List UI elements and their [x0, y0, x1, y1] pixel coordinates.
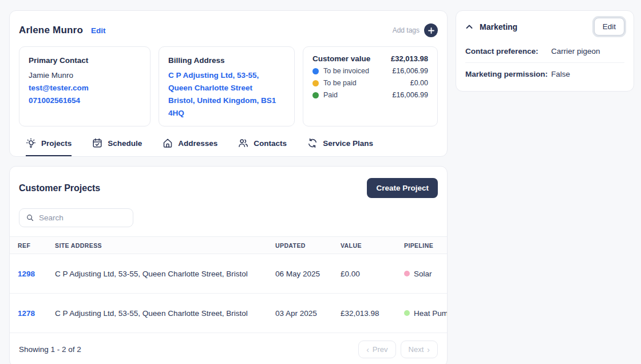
chevron-left-icon: ‹	[366, 346, 369, 354]
projects-pagination: Showing 1 - 2 of 2 ‹ Prev Next ›	[10, 333, 447, 364]
customer-value-card: Customer value £32,013.98 To be invoiced…	[303, 46, 438, 126]
customer-value-title: Customer value	[312, 54, 370, 63]
billing-address-line2[interactable]: Bristol, United Kingdom, BS1 4HQ	[168, 94, 285, 120]
marketing-permission-label: Marketing permission:	[465, 70, 551, 78]
tab-projects-label: Projects	[41, 139, 72, 148]
to-be-paid-label: To be paid	[323, 79, 410, 87]
customer-value-row: To be paid £0.00	[312, 79, 428, 87]
col-site-address: SITE ADDRESS	[55, 242, 275, 249]
project-ref-link[interactable]: 1278	[18, 309, 35, 318]
customer-value-row: Paid £16,006.99	[312, 91, 428, 99]
paid-dot	[312, 92, 319, 98]
billing-address-line1[interactable]: C P Adjusting Ltd, 53-55, Queen Charlott…	[168, 69, 285, 94]
search-icon	[26, 213, 34, 222]
project-row[interactable]: 1278 C P Adjusting Ltd, 53-55, Queen Cha…	[10, 294, 447, 333]
to-be-paid-dot	[312, 80, 319, 86]
project-value: £0.00	[341, 270, 404, 278]
customer-edit-link[interactable]: Edit	[91, 26, 106, 35]
users-icon	[238, 138, 248, 148]
primary-contact-card: Primary Contact Jamie Munro test@tester.…	[19, 46, 151, 126]
project-search-input[interactable]	[39, 213, 126, 222]
pipeline-label: Heat Pump	[414, 309, 447, 318]
tab-addresses-label: Addresses	[178, 139, 217, 148]
invoiced-dot	[312, 68, 319, 74]
showing-count: Showing 1 - 2 of 2	[19, 345, 81, 354]
tab-projects[interactable]: Projects	[26, 138, 72, 156]
project-updated: 03 Apr 2025	[275, 309, 341, 318]
tab-bar: Projects Schedule Addresses	[19, 138, 438, 156]
project-search-box[interactable]	[19, 208, 133, 227]
prev-button[interactable]: ‹ Prev	[358, 341, 395, 358]
customer-value-total: £32,013.98	[391, 54, 428, 63]
refresh-icon	[307, 138, 318, 148]
customer-header: Arlene Munro Edit Add tags	[19, 23, 438, 37]
billing-address-title: Billing Address	[168, 54, 285, 67]
collapse-marketing-button[interactable]	[465, 23, 473, 31]
project-updated: 06 May 2025	[275, 270, 341, 278]
primary-contact-phone[interactable]: 071002561654	[29, 94, 141, 107]
projects-title: Customer Projects	[19, 183, 100, 193]
tab-addresses[interactable]: Addresses	[163, 138, 217, 156]
invoiced-value: £16,006.99	[392, 67, 428, 75]
marketing-edit-button[interactable]: Edit	[594, 18, 624, 35]
add-tag-button[interactable]	[424, 23, 438, 37]
next-label: Next	[409, 345, 424, 354]
create-project-button[interactable]: Create Project	[367, 178, 438, 198]
tab-schedule[interactable]: Schedule	[92, 138, 142, 156]
marketing-title: Marketing	[480, 22, 517, 31]
invoiced-label: To be invoiced	[323, 67, 392, 75]
paid-label: Paid	[323, 91, 392, 99]
col-ref: REF	[18, 242, 55, 249]
page: Arlene Munro Edit Add tags Primary Conta…	[0, 0, 641, 364]
plus-icon	[428, 27, 434, 34]
tab-schedule-label: Schedule	[108, 139, 142, 148]
customer-value-row: To be invoiced £16,006.99	[312, 67, 428, 75]
customer-info-boxes: Primary Contact Jamie Munro test@tester.…	[19, 46, 438, 126]
pipeline-label: Solar	[414, 270, 432, 278]
project-site-address: C P Adjusting Ltd, 53-55, Queen Charlott…	[55, 270, 275, 278]
tab-service-plans[interactable]: Service Plans	[307, 138, 373, 156]
tab-contacts-label: Contacts	[254, 139, 287, 148]
chevron-up-icon	[465, 23, 473, 31]
pipeline-dot	[404, 310, 410, 316]
col-updated: UPDATED	[275, 242, 341, 249]
to-be-paid-value: £0.00	[410, 79, 428, 87]
home-icon	[163, 138, 173, 148]
marketing-panel: Marketing Edit Contact preference: Carri…	[456, 10, 634, 92]
chevron-right-icon: ›	[427, 346, 430, 354]
prev-label: Prev	[373, 345, 388, 354]
primary-contact-name: Jamie Munro	[29, 69, 141, 82]
paid-value: £16,006.99	[392, 91, 428, 99]
primary-contact-email[interactable]: test@tester.com	[29, 82, 141, 94]
marketing-row: Contact preference: Carrier pigeon	[465, 40, 624, 62]
contact-preference-value: Carrier pigeon	[551, 47, 624, 56]
customer-summary-card: Arlene Munro Edit Add tags Primary Conta…	[9, 10, 448, 157]
bulb-icon	[26, 138, 36, 148]
calendar-check-icon	[92, 138, 102, 148]
add-tags-label: Add tags	[393, 26, 420, 34]
main-column: Arlene Munro Edit Add tags Primary Conta…	[9, 10, 448, 364]
project-site-address: C P Adjusting Ltd, 53-55, Queen Charlott…	[55, 309, 275, 318]
projects-table-header: REF SITE ADDRESS UPDATED VALUE PIPELINE	[10, 236, 447, 254]
project-ref-link[interactable]: 1298	[18, 270, 35, 278]
pipeline-dot	[404, 271, 410, 276]
marketing-permission-value: False	[551, 70, 624, 78]
col-value: VALUE	[341, 242, 404, 249]
customer-name: Arlene Munro	[19, 25, 83, 36]
primary-contact-title: Primary Contact	[29, 54, 141, 67]
side-column: Marketing Edit Contact preference: Carri…	[456, 10, 634, 364]
contact-preference-label: Contact preference:	[465, 47, 551, 56]
billing-address-card: Billing Address C P Adjusting Ltd, 53-55…	[159, 46, 295, 126]
tab-service-plans-label: Service Plans	[323, 139, 373, 148]
customer-projects-card: Customer Projects Create Project REF SIT…	[9, 166, 448, 364]
project-value: £32,013.98	[341, 309, 404, 318]
col-pipeline: PIPELINE	[404, 242, 447, 249]
project-row[interactable]: 1298 C P Adjusting Ltd, 53-55, Queen Cha…	[10, 254, 447, 294]
tab-contacts[interactable]: Contacts	[238, 138, 287, 156]
next-button[interactable]: Next ›	[401, 341, 438, 358]
marketing-row: Marketing permission: False	[465, 62, 624, 85]
